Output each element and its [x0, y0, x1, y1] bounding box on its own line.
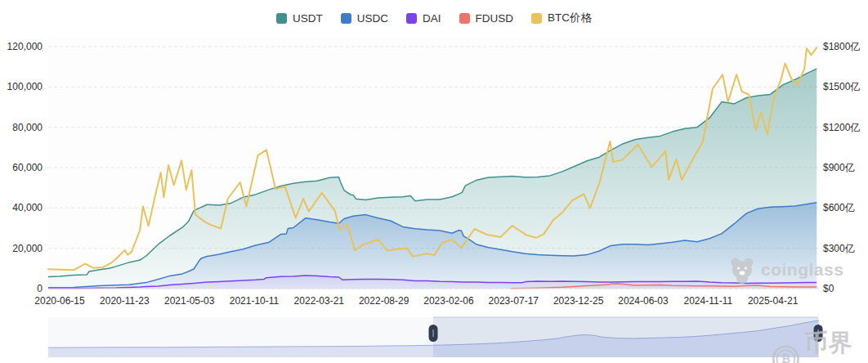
navigator[interactable]: [48, 317, 819, 357]
x-axis-tick: 2021-10-11: [217, 295, 292, 307]
y-axis-right-tick: $1500亿: [823, 81, 868, 92]
x-axis-tick: 2023-12-25: [541, 295, 616, 307]
y-axis-left-tick: 100,000: [0, 81, 43, 92]
chart-legend: USDTUSDCDAIFDUSDBTC价格: [0, 11, 868, 25]
x-axis-tick: 2022-03-21: [281, 295, 356, 307]
legend-item-btc[interactable]: BTC价格: [531, 11, 592, 25]
legend-label: DAI: [423, 12, 441, 25]
usdt-swatch-icon: [276, 13, 287, 24]
y-axis-left-tick: 60,000: [0, 162, 43, 173]
y-axis-left-tick: 0: [0, 283, 43, 294]
usdc-swatch-icon: [341, 13, 351, 24]
dai-swatch-icon: [406, 13, 417, 24]
y-axis-left-tick: 20,000: [0, 243, 43, 254]
y-axis-left-tick: 80,000: [0, 122, 43, 133]
x-axis-tick: 2025-04-21: [736, 295, 811, 307]
x-axis-tick: 2020-11-23: [87, 295, 162, 307]
stablecoin-marketcap-chart-card: USDTUSDCDAIFDUSDBTC价格 020,00040,00060,00…: [0, 0, 868, 363]
fdusd-swatch-icon: [459, 13, 470, 24]
legend-item-dai[interactable]: DAI: [406, 12, 441, 25]
legend-label: USDC: [357, 12, 388, 25]
legend-label: FDUSD: [476, 12, 514, 25]
y-axis-left-tick: 40,000: [0, 202, 43, 213]
legend-label: USDT: [293, 12, 323, 25]
y-axis-left-tick: 120,000: [0, 41, 43, 52]
btc-swatch-icon: [531, 13, 542, 24]
x-axis-tick: 2024-11-11: [670, 295, 745, 307]
plot-area[interactable]: [48, 37, 819, 289]
y-axis-right-tick: $300亿: [823, 243, 868, 254]
y-axis-right-tick: $600亿: [823, 202, 868, 213]
legend-item-usdt[interactable]: USDT: [276, 12, 323, 25]
y-axis-right-tick: $1800亿: [823, 41, 868, 52]
legend-item-usdc[interactable]: USDC: [341, 12, 388, 25]
y-axis-right-tick: $0: [823, 283, 868, 294]
x-axis-tick: 2021-05-03: [152, 295, 227, 307]
x-axis-tick: 2024-06-03: [606, 295, 681, 307]
legend-item-fdusd[interactable]: FDUSD: [459, 12, 514, 25]
x-axis-tick: 2023-07-17: [476, 295, 551, 307]
x-axis-tick: 2022-08-29: [347, 295, 422, 307]
legend-label: BTC价格: [548, 11, 592, 25]
x-axis-tick: 2020-06-15: [22, 295, 97, 307]
y-axis-right-tick: $900亿: [823, 162, 868, 173]
y-axis-right-tick: $1200亿: [823, 122, 868, 133]
x-axis-tick: 2023-02-06: [411, 295, 486, 307]
